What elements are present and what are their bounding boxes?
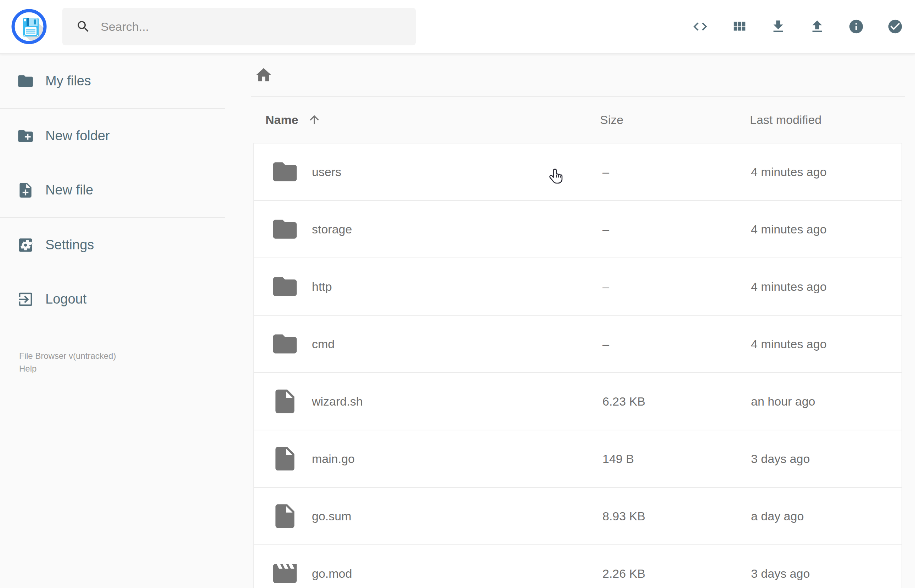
search-bar[interactable]	[62, 8, 416, 45]
version-link[interactable]: File Browser v(untracked)	[19, 350, 116, 362]
file-name: go.sum	[312, 509, 352, 523]
sidebar-item-settings[interactable]: Settings	[0, 218, 225, 272]
file-name: wizard.sh	[312, 394, 363, 409]
table-row-go-sum[interactable]: go.sum 8.93 KB a day ago	[254, 488, 902, 545]
main-area: Name Size Last modified users – 4 minute…	[225, 54, 915, 588]
sidebar-item-new-file[interactable]: New file	[0, 163, 225, 217]
sidebar-item-label: My files	[45, 73, 91, 89]
sidebar-item-label: New folder	[45, 128, 110, 144]
table-row-go-mod[interactable]: go.mod 2.26 KB 3 days ago	[254, 545, 902, 588]
column-header-name[interactable]: Name	[265, 97, 321, 143]
sidebar-item-label: Settings	[45, 237, 94, 252]
breadcrumb	[225, 54, 915, 96]
column-header-size[interactable]: Size	[600, 97, 623, 143]
column-header-name-label: Name	[265, 113, 298, 127]
select-multiple-button[interactable]	[887, 18, 903, 35]
column-header-modified[interactable]: Last modified	[750, 97, 821, 143]
folder-icon	[17, 72, 34, 90]
settings-icon	[17, 236, 34, 254]
toggle-shell-button[interactable]	[692, 18, 708, 35]
file-modified: 3 days ago	[751, 452, 810, 466]
file-modified: 4 minutes ago	[751, 337, 827, 351]
file-size: –	[603, 165, 609, 179]
file-modified: 3 days ago	[751, 567, 810, 581]
logout-icon	[17, 291, 34, 308]
switch-view-button[interactable]	[731, 18, 747, 35]
file-size: 8.93 KB	[603, 509, 645, 523]
sidebar-item-new-folder[interactable]: New folder	[0, 109, 225, 163]
folder-icon	[271, 215, 299, 243]
sidebar: My files New folder New file Settings Lo…	[0, 54, 225, 588]
movie-icon	[271, 559, 299, 588]
sidebar-footer: File Browser v(untracked) Help	[19, 350, 116, 375]
table-row-users[interactable]: users – 4 minutes ago	[254, 144, 902, 201]
info-button[interactable]	[848, 18, 864, 35]
file-listing: users – 4 minutes ago storage – 4 minute…	[253, 143, 902, 588]
app-logo[interactable]	[11, 9, 47, 44]
search-icon	[76, 19, 91, 34]
help-link[interactable]: Help	[19, 362, 37, 375]
file-name: users	[312, 165, 341, 179]
sort-ascending-icon	[307, 113, 321, 126]
new-file-icon	[17, 181, 34, 199]
table-row-cmd[interactable]: cmd – 4 minutes ago	[254, 316, 902, 373]
file-size: 149 B	[603, 452, 634, 466]
file-icon	[271, 387, 299, 415]
file-name: cmd	[312, 337, 335, 351]
sidebar-item-logout[interactable]: Logout	[0, 272, 225, 326]
file-modified: 4 minutes ago	[751, 280, 827, 294]
listing-header: Name Size Last modified	[225, 97, 915, 143]
sidebar-item-label: Logout	[45, 292, 86, 307]
file-size: 2.26 KB	[603, 567, 645, 581]
table-row-storage[interactable]: storage – 4 minutes ago	[254, 201, 902, 258]
file-size: 6.23 KB	[603, 394, 645, 409]
home-icon	[254, 66, 273, 84]
file-modified: 4 minutes ago	[751, 165, 827, 179]
file-modified: an hour ago	[751, 394, 815, 409]
upload-button[interactable]	[809, 18, 825, 35]
file-name: http	[312, 280, 332, 294]
file-size: –	[603, 280, 609, 294]
file-modified: 4 minutes ago	[751, 223, 827, 236]
search-input[interactable]	[100, 19, 416, 34]
table-row-http[interactable]: http – 4 minutes ago	[254, 258, 902, 316]
file-modified: a day ago	[751, 509, 804, 523]
folder-icon	[271, 330, 299, 358]
topbar-actions	[692, 18, 915, 35]
file-name: main.go	[312, 452, 355, 466]
file-icon	[271, 444, 299, 473]
download-button[interactable]	[770, 18, 786, 35]
topbar	[0, 0, 915, 54]
file-name: storage	[312, 223, 352, 236]
file-name: go.mod	[312, 567, 352, 581]
sidebar-item-label: New file	[45, 183, 93, 198]
folder-icon	[271, 272, 299, 301]
folder-icon	[271, 158, 299, 186]
sidebar-item-my-files[interactable]: My files	[0, 54, 225, 108]
table-row-wizard-sh[interactable]: wizard.sh 6.23 KB an hour ago	[254, 373, 902, 430]
file-size: –	[603, 223, 609, 236]
file-size: –	[603, 337, 609, 351]
home-breadcrumb-button[interactable]	[254, 66, 273, 84]
new-folder-icon	[17, 127, 34, 145]
floppy-disk-logo	[11, 9, 47, 44]
table-row-main-go[interactable]: main.go 149 B 3 days ago	[254, 430, 902, 488]
file-icon	[271, 502, 299, 530]
